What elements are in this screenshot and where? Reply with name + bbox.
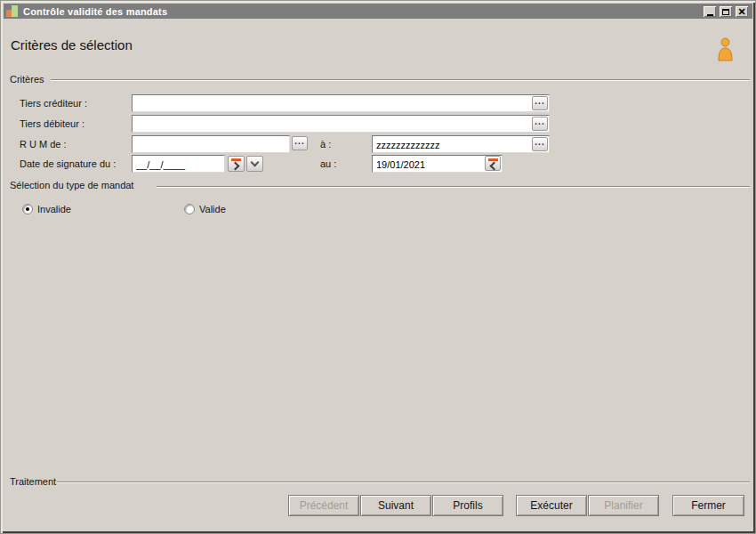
profils-button[interactable]: Profils [432, 495, 503, 516]
rum-to-input[interactable] [373, 137, 549, 153]
page-title: Critères de sélection [11, 37, 133, 53]
maximize-icon[interactable] [719, 5, 733, 18]
close-icon[interactable]: ✕ [735, 5, 749, 18]
tiers-debiteur-fieldbox: ... [132, 115, 550, 133]
date-to-input[interactable] [373, 157, 502, 173]
tiers-crediteur-browse-icon[interactable]: ... [532, 96, 548, 110]
planifier-button[interactable]: Planifier [588, 495, 659, 516]
rum-browse-icon[interactable]: ... [292, 136, 308, 150]
radio-valide[interactable]: Valide [184, 204, 226, 214]
fermer-button[interactable]: Fermer [672, 495, 744, 516]
rum-to-fieldbox: ... [372, 135, 550, 153]
radio-invalide[interactable]: Invalide [22, 204, 71, 214]
date-signature-label: Date de signature du : [20, 158, 116, 169]
precedent-button[interactable]: Précédent [288, 495, 359, 516]
date-to-calendar-prev-icon[interactable] [485, 156, 501, 171]
mandate-type-group-label: Sélection du type de mandat [10, 180, 133, 190]
date-from-fieldbox [132, 155, 225, 173]
minimize-icon[interactable] [703, 5, 717, 18]
rum-to-label: à : [320, 139, 331, 150]
date-from-input[interactable] [133, 157, 224, 173]
tiers-crediteur-input[interactable] [133, 96, 549, 112]
window-title: Contrôle validité des mandats [23, 6, 167, 17]
criteria-group-label: Critères [10, 74, 44, 85]
radio-valide-label: Valide [199, 204, 226, 214]
app-icon [6, 5, 18, 17]
radio-valide-circle[interactable] [184, 204, 195, 214]
processing-separator [57, 481, 750, 483]
tiers-debiteur-label: Tiers débiteur : [20, 118, 84, 129]
tiers-crediteur-fieldbox: ... [132, 94, 550, 112]
rum-label: R U M de : [20, 139, 67, 150]
date-from-dropdown-icon[interactable] [246, 156, 263, 172]
executer-button[interactable]: Exécuter [516, 495, 587, 516]
rum-from-input[interactable] [133, 137, 289, 153]
tiers-debiteur-browse-icon[interactable]: ... [532, 117, 548, 131]
date-to-label: au : [320, 158, 336, 169]
date-to-fieldbox [372, 155, 503, 173]
person-icon [715, 36, 736, 62]
app-icon-green-bar [12, 5, 18, 17]
tiers-crediteur-label: Tiers créditeur : [20, 98, 87, 109]
date-from-calendar-next-icon[interactable] [228, 156, 245, 172]
rum-to-browse-icon[interactable]: ... [532, 137, 548, 151]
mandate-type-separator [157, 186, 750, 188]
suivant-button[interactable]: Suivant [360, 495, 431, 516]
rum-from-fieldbox [132, 135, 290, 153]
radio-invalide-circle[interactable] [22, 204, 33, 214]
tiers-debiteur-input[interactable] [133, 117, 549, 133]
radio-invalide-label: Invalide [37, 204, 71, 214]
processing-group-label: Traitement [10, 476, 56, 487]
title-bar: Contrôle validité des mandats ✕ [4, 4, 752, 19]
criteria-separator [51, 79, 750, 81]
dialog-window: Contrôle validité des mandats ✕ Critères… [0, 0, 756, 534]
